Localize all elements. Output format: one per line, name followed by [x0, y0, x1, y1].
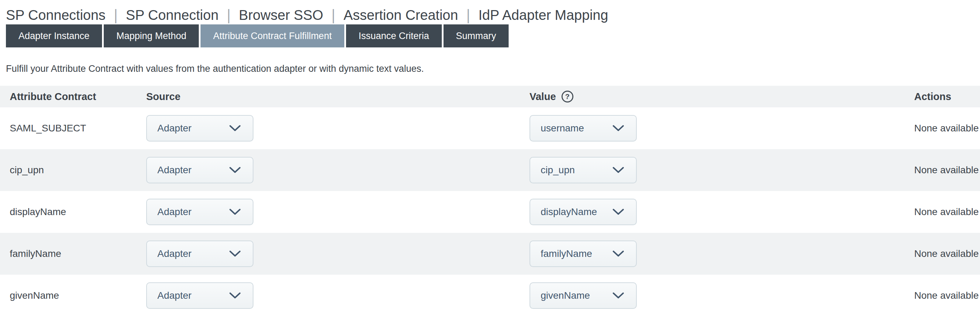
tab-label: Summary: [456, 31, 496, 42]
tab-bar: Adapter InstanceMapping MethodAttribute …: [6, 24, 980, 47]
value-dropdown-value: displayName: [541, 206, 597, 218]
column-header-value-label: Value: [530, 91, 556, 102]
source-dropdown-value: Adapter: [158, 290, 191, 301]
value-dropdown[interactable]: cip_upn: [530, 157, 637, 183]
breadcrumb: SP Connections|SP Connection|Browser SSO…: [0, 0, 980, 24]
chevron-down-icon: [229, 208, 241, 215]
attribute-contract-label: familyName: [10, 248, 146, 259]
source-cell: Adapter: [146, 115, 530, 142]
tab-label: Issuance Criteria: [359, 31, 429, 42]
source-dropdown-value: Adapter: [158, 165, 191, 176]
column-header-attribute-contract: Attribute Contract: [10, 91, 146, 102]
table-body: SAML_SUBJECT Adapter username None avail…: [0, 107, 980, 317]
attribute-contract-label: givenName: [10, 290, 146, 301]
column-header-value: Value ?: [530, 91, 914, 102]
value-dropdown[interactable]: familyName: [530, 240, 637, 267]
value-dropdown-value: givenName: [541, 290, 590, 301]
source-cell: Adapter: [146, 157, 530, 183]
column-header-actions: Actions: [914, 91, 980, 102]
value-cell: username: [530, 115, 914, 142]
value-dropdown[interactable]: username: [530, 115, 637, 142]
actions-cell: None available: [914, 248, 980, 259]
breadcrumb-separator: |: [114, 6, 117, 24]
source-cell: Adapter: [146, 240, 530, 267]
tab-mapping-method[interactable]: Mapping Method: [104, 24, 199, 47]
attribute-contract-table: Attribute Contract Source Value ? Action…: [0, 86, 980, 317]
actions-cell: None available: [914, 206, 980, 218]
tab-label: Mapping Method: [116, 31, 186, 42]
tab-adapter-instance[interactable]: Adapter Instance: [6, 24, 102, 47]
table-row: familyName Adapter familyName None avail…: [0, 233, 980, 275]
table-row: cip_upn Adapter cip_upn None available: [0, 149, 980, 191]
chevron-down-icon: [612, 125, 624, 132]
attribute-contract-label: displayName: [10, 206, 146, 218]
chevron-down-icon: [612, 166, 624, 174]
source-dropdown-value: Adapter: [158, 248, 191, 259]
chevron-down-icon: [612, 292, 624, 299]
table-header-row: Attribute Contract Source Value ? Action…: [0, 86, 980, 107]
help-icon[interactable]: ?: [562, 91, 573, 102]
table-row: SAML_SUBJECT Adapter username None avail…: [0, 107, 980, 149]
actions-cell: None available: [914, 165, 980, 176]
tab-issuance-criteria[interactable]: Issuance Criteria: [346, 24, 442, 47]
value-dropdown-value: username: [541, 123, 584, 134]
chevron-down-icon: [229, 125, 241, 132]
source-cell: Adapter: [146, 282, 530, 309]
chevron-down-icon: [229, 166, 241, 174]
source-dropdown[interactable]: Adapter: [146, 115, 253, 142]
value-cell: givenName: [530, 282, 914, 309]
chevron-down-icon: [229, 250, 241, 257]
actions-cell: None available: [914, 290, 980, 301]
table-row: displayName Adapter displayName None ava…: [0, 191, 980, 233]
value-dropdown-value: familyName: [541, 248, 592, 259]
tab-label: Adapter Instance: [19, 31, 89, 42]
breadcrumb-separator: |: [466, 6, 470, 24]
attribute-contract-label: cip_upn: [10, 165, 146, 176]
source-dropdown-value: Adapter: [158, 206, 191, 218]
breadcrumb-separator: |: [227, 6, 231, 24]
breadcrumb-item-sp-connections[interactable]: SP Connections: [6, 7, 105, 23]
tab-label: Attribute Contract Fulfillment: [213, 31, 332, 42]
value-dropdown-value: cip_upn: [541, 165, 575, 176]
source-dropdown-value: Adapter: [158, 123, 191, 134]
chevron-down-icon: [612, 250, 624, 257]
page-description: Fulfill your Attribute Contract with val…: [6, 64, 980, 74]
value-cell: displayName: [530, 199, 914, 225]
attribute-contract-label: SAML_SUBJECT: [10, 123, 146, 134]
source-dropdown[interactable]: Adapter: [146, 199, 253, 225]
value-cell: cip_upn: [530, 157, 914, 183]
breadcrumb-item-browser-sso[interactable]: Browser SSO: [239, 7, 323, 23]
source-dropdown[interactable]: Adapter: [146, 157, 253, 183]
source-dropdown[interactable]: Adapter: [146, 240, 253, 267]
source-cell: Adapter: [146, 199, 530, 225]
actions-cell: None available: [914, 123, 980, 134]
chevron-down-icon: [229, 292, 241, 299]
breadcrumb-item-sp-connection[interactable]: SP Connection: [126, 7, 219, 23]
chevron-down-icon: [612, 208, 624, 215]
tab-attribute-contract-fulfillment[interactable]: Attribute Contract Fulfillment: [200, 24, 344, 47]
source-dropdown[interactable]: Adapter: [146, 282, 253, 309]
breadcrumb-item-idp-adapter-mapping: IdP Adapter Mapping: [478, 7, 608, 23]
value-dropdown[interactable]: givenName: [530, 282, 637, 309]
breadcrumb-separator: |: [331, 6, 335, 24]
breadcrumb-item-assertion-creation[interactable]: Assertion Creation: [344, 7, 458, 23]
value-cell: familyName: [530, 240, 914, 267]
table-row: givenName Adapter givenName None availab…: [0, 275, 980, 317]
tab-summary[interactable]: Summary: [444, 24, 509, 47]
column-header-source: Source: [146, 91, 530, 102]
value-dropdown[interactable]: displayName: [530, 199, 637, 225]
